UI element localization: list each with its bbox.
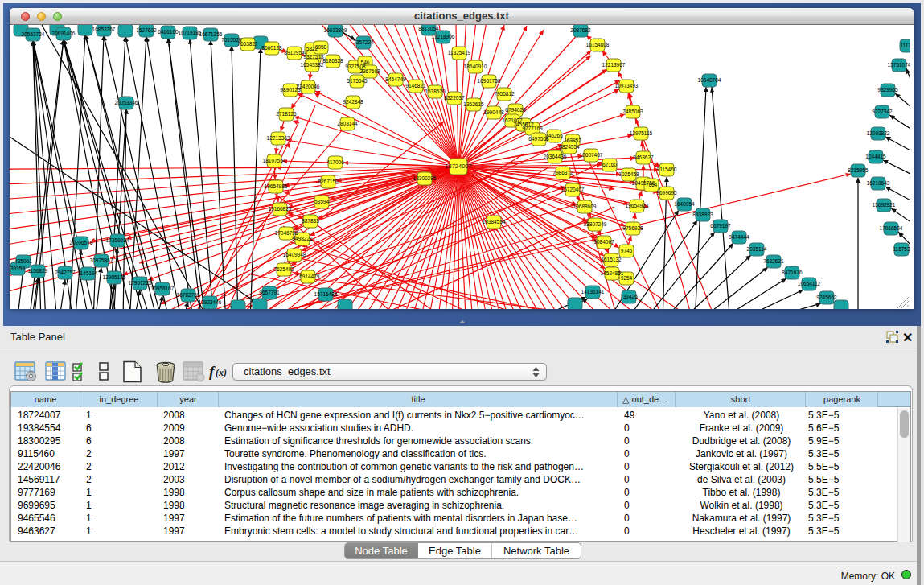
svg-text:435061: 435061 [14,258,32,264]
svg-text:1538520: 1538520 [425,89,446,94]
svg-text:20206576: 20206576 [70,240,93,245]
svg-text:11325419: 11325419 [448,50,471,56]
svg-text:12923446: 12923446 [199,299,222,305]
svg-text:16914479: 16914479 [297,274,320,279]
svg-text:2942757: 2942757 [55,270,76,275]
svg-text:1990448: 1990448 [483,109,504,115]
svg-text:16543382: 16543382 [301,62,324,68]
svg-text:6824554: 6824554 [559,144,580,150]
svg-text:10654112: 10654112 [798,281,821,286]
svg-text:10648784: 10648784 [698,77,721,83]
svg-text:6058: 6058 [315,44,327,50]
svg-text:18107554: 18107554 [263,158,286,163]
svg-text:8813054: 8813054 [418,26,439,31]
svg-text:20364436: 20364436 [544,154,567,159]
svg-text:1025458: 1025458 [618,171,639,177]
svg-text:20553724: 20553724 [22,31,45,37]
svg-text:2367608: 2367608 [359,68,380,74]
svg-text:746266: 746266 [545,133,563,138]
svg-text:1615132: 1615132 [601,257,622,262]
svg-text:1156829: 1156829 [28,268,48,274]
svg-text:8938923: 8938923 [692,212,713,217]
svg-text:163952: 163952 [564,138,581,143]
svg-text:8267150: 8267150 [318,179,339,184]
svg-text:9254: 9254 [621,275,633,281]
svg-text:18807249: 18807249 [584,221,607,227]
svg-text:733426: 733426 [620,294,638,299]
svg-text:19384554: 19384554 [483,219,506,225]
svg-text:10688609: 10688609 [573,204,597,209]
svg-text:7664: 7664 [646,182,658,187]
svg-text:9084067: 9084067 [593,239,614,245]
svg-text:1527602: 1527602 [136,27,157,33]
svg-text:7955812: 7955812 [494,91,515,97]
svg-text:7357224: 7357224 [353,39,374,45]
svg-text:9756928: 9756928 [622,225,643,231]
svg-text:16671355: 16671355 [199,31,223,37]
svg-text:12213967: 12213967 [602,62,626,68]
svg-text:19654923: 19654923 [626,203,649,208]
svg-text:20691406: 20691406 [52,31,76,36]
svg-text:7625402: 7625402 [273,266,294,272]
svg-text:7663822: 7663822 [237,41,258,47]
svg-text:9657791: 9657791 [259,290,280,295]
svg-text:9463627: 9463627 [633,154,654,160]
svg-text:39159: 39159 [10,266,25,271]
svg-text:18724007: 18724007 [445,163,471,170]
svg-text:1145194: 1145194 [78,270,98,276]
svg-text:15720407: 15720407 [561,187,585,192]
svg-text:8454749: 8454749 [385,76,406,82]
svg-text:8660128: 8660128 [261,45,282,51]
svg-text:16033809: 16033809 [324,27,347,33]
svg-text:6679197: 6679197 [710,223,731,229]
svg-text:7632621: 7632621 [763,258,784,264]
svg-text:7986372: 7986372 [552,170,573,175]
svg-text:9245652: 9245652 [816,295,837,300]
svg-text:19218906: 19218906 [432,34,455,39]
svg-text:17957225: 17957225 [129,280,152,286]
svg-text:8215955: 8215955 [848,167,869,173]
svg-text:18640910: 18640910 [464,64,487,69]
svg-text:10958107: 10958107 [151,286,175,291]
svg-text:19654985: 19654985 [265,183,288,189]
svg-text:16961758: 16961758 [478,78,501,84]
svg-text:10607467: 10607467 [580,152,603,158]
svg-text:12905135: 12905135 [103,274,126,280]
svg-text:2803144: 2803144 [337,121,358,126]
svg-text:7485063: 7485063 [622,109,643,114]
svg-text:18300295: 18300295 [413,175,437,181]
svg-text:9890123: 9890123 [280,87,301,93]
svg-text:9474444: 9474444 [729,234,749,240]
svg-text:10853267: 10853267 [92,27,116,32]
svg-text:2718126: 2718126 [276,111,297,117]
svg-text:6794028: 6794028 [505,107,526,113]
svg-text:1640954: 1640954 [674,201,695,207]
svg-text:(x): (x) [216,367,227,378]
svg-text:30975867: 30975867 [90,257,113,263]
svg-text:15716485: 15716485 [314,291,338,297]
svg-text:9146821: 9146821 [405,83,426,89]
svg-text:11123: 11123 [900,43,910,48]
svg-text:9329965: 9329965 [877,87,898,93]
svg-text:9777169: 9777169 [522,126,543,131]
svg-text:16210643: 16210643 [867,180,890,186]
svg-text:9498222: 9498222 [292,236,313,241]
svg-text:8471676: 8471676 [782,270,803,275]
svg-text:5175645: 5175645 [347,78,368,84]
svg-text:10973493: 10973493 [615,83,639,89]
svg-text:1244415: 1244415 [865,154,886,159]
svg-text:10719185: 10719185 [179,30,202,35]
svg-text:15751074: 15751074 [888,62,910,68]
svg-text:8912954: 8912954 [284,50,305,56]
svg-text:9699695: 9699695 [656,190,677,196]
svg-text:12975115: 12975115 [630,130,653,136]
svg-text:8322037: 8322037 [444,95,465,101]
svg-text:2935114: 2935114 [747,246,767,252]
svg-text:16409948: 16409948 [283,252,306,257]
svg-text:2087682: 2087682 [570,27,591,33]
svg-text:9746: 9746 [621,248,633,253]
svg-text:53594: 53594 [314,199,329,204]
svg-text:9227342: 9227342 [872,109,893,114]
svg-text:9327513: 9327513 [303,54,324,60]
svg-text:f: f [209,363,216,380]
